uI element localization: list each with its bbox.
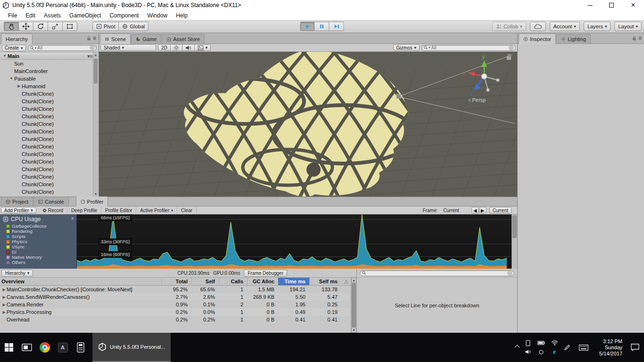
scrollbar-thumb[interactable] — [352, 283, 356, 327]
scene-search-input[interactable]: ▾ All — [421, 45, 516, 51]
expand-arrow-icon[interactable]: ▶ — [16, 82, 22, 90]
search-clear-icon[interactable] — [90, 45, 95, 50]
legend-color-swatch[interactable] — [6, 255, 10, 259]
legend-color-swatch[interactable] — [6, 230, 10, 233]
tab-project[interactable]: Project — [1, 197, 33, 206]
gizmos-dropdown[interactable]: Gizmos — [393, 44, 420, 51]
chrome-icon[interactable] — [36, 337, 54, 358]
profiler-view-mode-dropdown[interactable]: Hierarchy — [1, 270, 33, 277]
legend-item[interactable]: VSync — [2, 244, 74, 249]
profile-editor-toggle[interactable]: Profile Editor — [101, 206, 136, 214]
scene-effects-dropdown[interactable] — [195, 44, 211, 51]
calculator-icon[interactable] — [72, 337, 90, 358]
hierarchy-item[interactable]: Chunk(Clone) — [0, 165, 99, 173]
taskbar-clock[interactable]: 3:12 PM Sunday 5/14/2017 — [599, 338, 622, 357]
scroll-up-arrow[interactable]: ▲ — [351, 278, 356, 283]
hierarchy-item[interactable]: Chunk(Clone) — [0, 98, 99, 105]
pause-button[interactable] — [315, 22, 330, 31]
tab-asset-store[interactable]: Asset Store — [162, 34, 205, 43]
window-titlebar[interactable]: Unity 5.5.0f3 Personal (64bit) - Main.un… — [0, 0, 644, 10]
menu-item[interactable]: Component — [105, 10, 143, 20]
legend-color-swatch[interactable] — [6, 245, 10, 249]
tab-lighting[interactable]: Lighting — [556, 34, 591, 43]
cpu-usage-chart[interactable]: 66ms (15FPS)33ms (30FPS)16ms (60FPS) — [77, 214, 512, 269]
menu-item[interactable]: Window — [143, 10, 172, 20]
projection-mode-label[interactable]: <Persp — [468, 97, 486, 103]
legend-item[interactable]: Native Memory — [2, 255, 74, 260]
minimize-button[interactable] — [579, 0, 601, 10]
battery-icon[interactable] — [537, 340, 545, 346]
scene-viewport[interactable]: y x z <Persp — [99, 52, 517, 197]
layout-dropdown[interactable]: Layout — [614, 22, 642, 31]
hierarchy-item[interactable]: Chunk(Clone) — [0, 90, 99, 98]
volume-icon[interactable] — [524, 349, 532, 355]
2d-toggle-button[interactable]: 2D — [158, 44, 171, 51]
tray-app-icon[interactable] — [537, 349, 545, 355]
hierarchy-item[interactable]: Sun — [0, 60, 99, 67]
column-self-ms[interactable]: Self ms — [309, 278, 341, 285]
app-icon[interactable]: A — [54, 337, 72, 358]
hierarchy-scene-header[interactable]: ▼ Main ▾≡ — [0, 52, 99, 60]
column-calls[interactable]: Calls — [219, 278, 247, 285]
scroll-up-arrow[interactable]: ▲ — [93, 52, 98, 58]
scene-context-menu-icon[interactable]: ▾≡ — [87, 52, 93, 60]
scroll-down-arrow[interactable]: ▼ — [93, 191, 98, 197]
rotate-tool-button[interactable] — [33, 22, 48, 31]
pivot-toggle-button[interactable]: Pivot — [92, 22, 119, 31]
profiler-table-row[interactable]: ▶MainController.ChunkChecker() [Coroutin… — [0, 286, 356, 293]
hand-tool-button[interactable] — [4, 22, 19, 31]
create-dropdown[interactable]: Create — [2, 45, 26, 51]
unity-taskbar-button[interactable]: Unity 5.5.0f3 Personal... — [92, 333, 171, 362]
hierarchy-item[interactable]: Chunk(Clone) — [0, 113, 99, 120]
legend-color-swatch[interactable] — [6, 224, 10, 228]
table-scrollbar[interactable]: ▲ ▼ — [351, 278, 356, 333]
column-self[interactable]: Self — [191, 278, 219, 285]
hierarchy-item[interactable]: ▼ Pausable — [0, 75, 99, 82]
legend-color-swatch[interactable] — [6, 250, 10, 254]
close-module-icon[interactable]: × — [71, 215, 74, 221]
expand-arrow-icon[interactable]: ▶ — [1, 310, 7, 314]
lock-icon[interactable] — [632, 36, 636, 41]
action-center-icon[interactable] — [628, 337, 642, 358]
expand-arrow-icon[interactable]: ▶ — [1, 295, 7, 299]
tab-menu-icon[interactable]: ≡ — [93, 35, 96, 41]
menu-item[interactable]: GameObject — [65, 10, 105, 20]
expand-arrow-icon[interactable]: ▶ — [1, 303, 7, 307]
profiler-search-input[interactable] — [360, 270, 514, 276]
hierarchy-item[interactable]: Chunk(Clone) — [0, 150, 99, 158]
global-toggle-button[interactable]: Global — [119, 22, 149, 31]
scene-orientation-gizmo[interactable]: y x z <Persp — [457, 53, 513, 106]
close-button[interactable] — [622, 0, 644, 10]
tray-expand-chevron-icon[interactable] — [514, 345, 520, 350]
frame-debugger-button[interactable]: Frame Debugger — [244, 270, 287, 277]
hierarchy-item[interactable]: Chunk(Clone) — [0, 181, 99, 188]
menu-item[interactable]: File — [4, 10, 21, 20]
hierarchy-item[interactable]: Chunk(Clone) — [0, 173, 99, 181]
legend-color-swatch[interactable] — [6, 240, 10, 244]
profiler-table-row[interactable]: ▶Camera.Render 0.9% 0.1% 2 0 B 1.95 0.25 — [0, 301, 356, 308]
cloud-button[interactable] — [530, 22, 546, 31]
start-button[interactable] — [0, 337, 18, 358]
lock-icon[interactable] — [87, 36, 91, 41]
touch-keyboard-icon[interactable] — [578, 337, 590, 358]
menu-item[interactable]: Help — [172, 10, 192, 20]
legend-item[interactable]: Rendering — [2, 229, 74, 234]
profiler-modules-scrollbar[interactable] — [512, 214, 517, 269]
expand-arrow-icon[interactable]: ▶ — [1, 288, 7, 292]
hierarchy-item[interactable]: MainController — [0, 67, 99, 75]
edge-browser-icon[interactable]: e — [550, 349, 559, 355]
task-view-button[interactable] — [18, 337, 36, 358]
profiler-table-header[interactable]: Overview Total Self Calls GC Alloc Time … — [0, 278, 356, 286]
hierarchy-item[interactable]: Chunk(Clone) — [0, 128, 99, 135]
add-profiler-dropdown[interactable]: Add Profiler — [1, 207, 36, 214]
tab-profiler[interactable]: Profiler — [76, 196, 108, 206]
move-tool-button[interactable] — [19, 22, 33, 31]
legend-item[interactable]: Physics — [2, 239, 74, 244]
step-button[interactable] — [330, 22, 344, 31]
collab-dropdown[interactable]: Collab — [492, 22, 526, 31]
column-time-ms[interactable]: Time ms — [278, 278, 309, 285]
hierarchy-item[interactable]: Chunk(Clone) — [0, 120, 99, 128]
phone-icon[interactable] — [524, 340, 532, 346]
expand-arrow-icon[interactable]: ▼ — [8, 75, 14, 82]
hierarchy-item[interactable]: Chunk(Clone) — [0, 188, 99, 196]
